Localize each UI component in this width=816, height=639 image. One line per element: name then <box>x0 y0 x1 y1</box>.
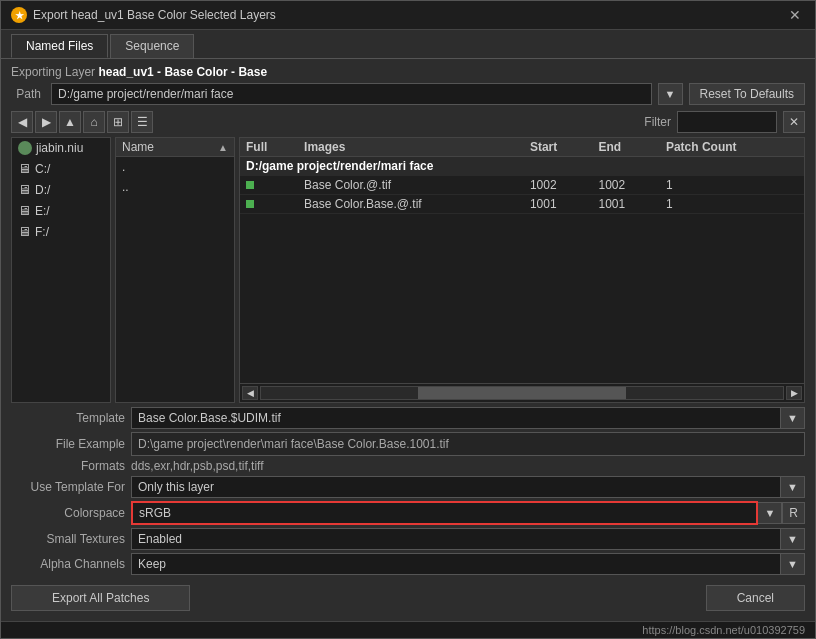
green-indicator-icon <box>246 181 254 189</box>
horizontal-scrollbar: ◀ ▶ <box>240 383 804 402</box>
file-example-value: D:\game project\render\mari face\Base Co… <box>131 432 805 456</box>
use-template-dropdown-button[interactable]: ▼ <box>781 476 805 498</box>
tree-item-c-label: C:/ <box>35 162 50 176</box>
row2-start: 1001 <box>524 195 593 214</box>
toolbar-row: ◀ ▶ ▲ ⌂ ⊞ ☰ Filter ✕ <box>11 111 805 133</box>
grid-view-button[interactable]: ⊞ <box>107 111 129 133</box>
tree-item-d[interactable]: 🖥 D:/ <box>12 179 110 200</box>
template-label: Template <box>11 411 131 425</box>
path-input[interactable] <box>51 83 652 105</box>
exporting-label: Exporting Layer <box>11 65 95 79</box>
tree-item-f[interactable]: 🖥 F:/ <box>12 221 110 242</box>
scroll-track[interactable] <box>260 386 784 400</box>
tree-item-user-label: jiabin.niu <box>36 141 83 155</box>
use-template-row: Use Template For ▼ <box>11 476 805 498</box>
template-row: Template ▼ <box>11 407 805 429</box>
tree-item-c[interactable]: 🖥 C:/ <box>12 158 110 179</box>
file-browser: jiabin.niu 🖥 C:/ 🖥 D:/ 🖥 E:/ 🖥 F:/ <box>11 137 805 403</box>
template-input[interactable] <box>131 407 781 429</box>
path-dropdown-button[interactable]: ▼ <box>658 83 683 105</box>
row2-end: 1001 <box>592 195 659 214</box>
col-start: Start <box>524 138 593 157</box>
app-icon: ★ <box>11 7 27 23</box>
tree-item-e[interactable]: 🖥 E:/ <box>12 200 110 221</box>
tree-panel: jiabin.niu 🖥 C:/ 🖥 D:/ 🖥 E:/ 🖥 F:/ <box>11 137 111 403</box>
tab-named-files[interactable]: Named Files <box>11 34 108 58</box>
user-avatar-icon <box>18 141 32 155</box>
back-button[interactable]: ◀ <box>11 111 33 133</box>
file-list-panel: Name ▲ . .. <box>115 137 235 403</box>
scroll-thumb <box>418 387 627 399</box>
status-bar: https://blog.csdn.net/u010392759 <box>1 621 815 638</box>
small-textures-input[interactable] <box>131 528 781 550</box>
row1-name: Base Color.@.tif <box>298 176 524 195</box>
row1-end: 1002 <box>592 176 659 195</box>
drive-d-icon: 🖥 <box>18 182 31 197</box>
col-patches: Patch Count <box>660 138 804 157</box>
alpha-channels-dropdown-button[interactable]: ▼ <box>781 553 805 575</box>
tab-bar: Named Files Sequence <box>1 30 815 59</box>
file-example-label: File Example <box>11 437 131 451</box>
formats-value: dds,exr,hdr,psb,psd,tif,tiff <box>131 459 264 473</box>
row1-start: 1002 <box>524 176 593 195</box>
row2-indicator <box>240 195 298 214</box>
drive-c-icon: 🖥 <box>18 161 31 176</box>
close-button[interactable]: ✕ <box>785 7 805 23</box>
tree-item-e-label: E:/ <box>35 204 50 218</box>
list-view-button[interactable]: ☰ <box>131 111 153 133</box>
folder-path: D:/game project/render/mari face <box>240 157 804 176</box>
reset-to-defaults-button[interactable]: Reset To Defaults <box>689 83 806 105</box>
row1-patches: 1 <box>660 176 804 195</box>
path-label: Path <box>11 87 41 101</box>
tree-item-f-label: F:/ <box>35 225 49 239</box>
use-template-input[interactable] <box>131 476 781 498</box>
tree-item-user[interactable]: jiabin.niu <box>12 138 110 158</box>
action-buttons: Export All Patches Cancel <box>11 581 805 615</box>
export-all-patches-button[interactable]: Export All Patches <box>11 585 190 611</box>
alpha-channels-row: Alpha Channels ▼ <box>11 553 805 575</box>
dialog-content: Exporting Layer head_uv1 - Base Color - … <box>1 59 815 621</box>
status-url: https://blog.csdn.net/u010392759 <box>642 624 805 636</box>
exporting-info: Exporting Layer head_uv1 - Base Color - … <box>11 65 805 79</box>
filter-input[interactable] <box>677 111 777 133</box>
home-button[interactable]: ⌂ <box>83 111 105 133</box>
col-full: Full <box>240 138 298 157</box>
colorspace-label: Colorspace <box>11 506 131 520</box>
form-area: Template ▼ File Example D:\game project\… <box>11 407 805 615</box>
scroll-left-button[interactable]: ◀ <box>242 386 258 400</box>
drive-e-icon: 🖥 <box>18 203 31 218</box>
cancel-button[interactable]: Cancel <box>706 585 805 611</box>
filter-clear-button[interactable]: ✕ <box>783 111 805 133</box>
file-list-item-dot[interactable]: . <box>116 157 234 177</box>
colorspace-input[interactable] <box>131 501 758 525</box>
filter-area: Filter ✕ <box>644 111 805 133</box>
path-row: Path ▼ Reset To Defaults <box>11 83 805 105</box>
colorspace-reset-button[interactable]: R <box>782 502 805 524</box>
up-button[interactable]: ▲ <box>59 111 81 133</box>
title-bar: ★ Export head_uv1 Base Color Selected La… <box>1 1 815 30</box>
use-template-label: Use Template For <box>11 480 131 494</box>
folder-row: D:/game project/render/mari face <box>240 157 804 176</box>
colorspace-dropdown-button[interactable]: ▼ <box>758 502 782 524</box>
row2-patches: 1 <box>660 195 804 214</box>
table-row[interactable]: Base Color.Base.@.tif 1001 1001 1 <box>240 195 804 214</box>
formats-row: Formats dds,exr,hdr,psb,psd,tif,tiff <box>11 459 805 473</box>
drive-f-icon: 🖥 <box>18 224 31 239</box>
small-textures-label: Small Textures <box>11 532 131 546</box>
file-list-item-dotdot[interactable]: .. <box>116 177 234 197</box>
small-textures-dropdown-button[interactable]: ▼ <box>781 528 805 550</box>
alpha-channels-input[interactable] <box>131 553 781 575</box>
sort-icon: ▲ <box>218 142 228 153</box>
col-end: End <box>592 138 659 157</box>
title-bar-left: ★ Export head_uv1 Base Color Selected La… <box>11 7 276 23</box>
dialog-title: Export head_uv1 Base Color Selected Laye… <box>33 8 276 22</box>
template-dropdown-button[interactable]: ▼ <box>781 407 805 429</box>
scroll-right-button[interactable]: ▶ <box>786 386 802 400</box>
forward-button[interactable]: ▶ <box>35 111 57 133</box>
col-images: Images <box>298 138 524 157</box>
formats-label: Formats <box>11 459 131 473</box>
tab-sequence[interactable]: Sequence <box>110 34 194 58</box>
file-list-header: Name ▲ <box>116 138 234 157</box>
table-row[interactable]: Base Color.@.tif 1002 1002 1 <box>240 176 804 195</box>
green-indicator-icon-2 <box>246 200 254 208</box>
